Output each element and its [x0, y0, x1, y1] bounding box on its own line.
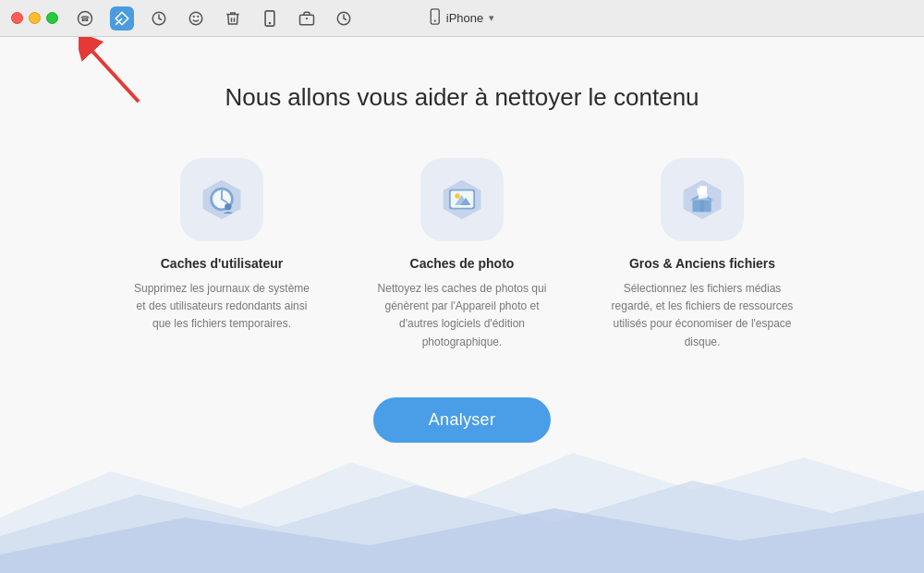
svg-point-3 [189, 12, 202, 25]
photo-cache-title: Caches de photo [410, 256, 515, 271]
clean-icon[interactable] [110, 6, 134, 30]
trash-icon[interactable] [221, 6, 245, 30]
emoji-icon[interactable] [184, 6, 208, 30]
svg-point-20 [225, 203, 231, 210]
svg-rect-29 [700, 200, 705, 212]
user-cache-desc: Supprimez les journaux de système et des… [129, 280, 314, 334]
feature-user-cache: Caches d'utilisateur Supprimez les journ… [129, 158, 314, 334]
device-icon[interactable] [258, 6, 282, 30]
features-row: Caches d'utilisateur Supprimez les journ… [129, 158, 795, 351]
phone-icon[interactable]: ☎ [73, 6, 97, 30]
titlebar-center: iPhone ▾ [430, 8, 494, 28]
traffic-lights [11, 12, 58, 24]
device-icon-small [430, 8, 441, 28]
feature-large-files: Gros & Anciens fichiers Sélectionnez les… [610, 158, 795, 351]
large-files-title: Gros & Anciens fichiers [629, 256, 775, 271]
svg-rect-31 [699, 186, 707, 196]
svg-rect-8 [300, 15, 314, 25]
svg-rect-11 [431, 9, 439, 24]
briefcase-icon[interactable] [295, 6, 319, 30]
close-button[interactable] [11, 12, 23, 24]
user-cache-title: Caches d'utilisateur [161, 256, 283, 271]
history-icon[interactable] [147, 6, 171, 30]
main-content: Nous allons vous aider à nettoyer le con… [0, 37, 924, 573]
photo-cache-icon-wrap [420, 158, 504, 241]
feature-photo-cache: Caches de photo Nettoyez les caches de p… [370, 158, 554, 351]
large-files-icon-wrap [661, 158, 744, 241]
clock-icon[interactable] [332, 6, 356, 30]
titlebar: ☎ [0, 0, 924, 37]
minimize-button[interactable] [29, 12, 41, 24]
maximize-button[interactable] [46, 12, 58, 24]
svg-point-26 [455, 193, 459, 198]
analyze-button[interactable]: Analyser [373, 397, 551, 443]
mountains-decoration [0, 444, 924, 573]
page-title: Nous allons vous aider à nettoyer le con… [225, 83, 699, 112]
user-cache-icon-wrap [180, 158, 263, 241]
large-files-desc: Sélectionnez les fichiers médias regardé… [610, 280, 795, 351]
device-name: iPhone [446, 11, 483, 25]
chevron-down-icon[interactable]: ▾ [489, 12, 494, 24]
svg-text:☎: ☎ [80, 15, 90, 23]
toolbar-icons: ☎ [73, 6, 356, 30]
photo-cache-desc: Nettoyez les caches de photos qui génère… [370, 280, 554, 351]
